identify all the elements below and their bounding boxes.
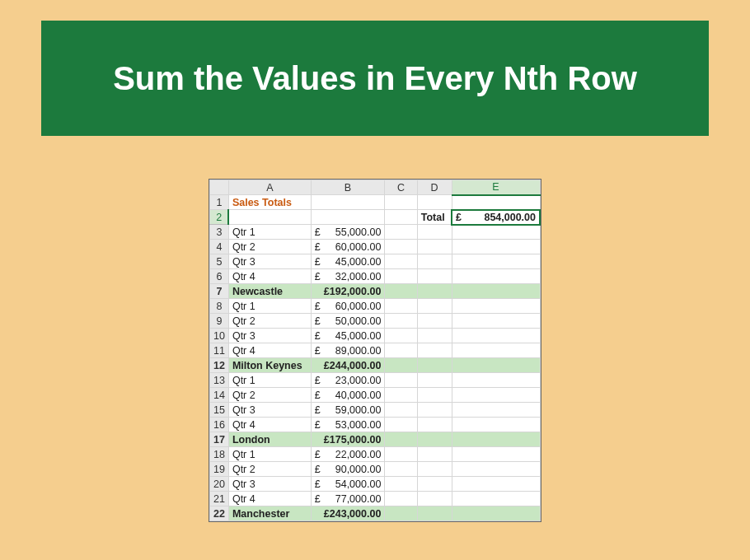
row-header[interactable]: 11 [210, 343, 229, 358]
cell-D10[interactable] [417, 329, 452, 343]
cell-E1[interactable] [452, 195, 540, 210]
col-header-E[interactable]: E [452, 180, 540, 195]
cell-A8[interactable]: Qtr 1 [228, 299, 311, 314]
cell-D3[interactable] [417, 225, 452, 240]
spreadsheet[interactable]: A B C D E 1 Sales Totals 2 Total £ 854,0… [209, 179, 541, 522]
cell-D11[interactable] [417, 343, 452, 358]
row-header[interactable]: 5 [210, 254, 229, 269]
cell-C16[interactable] [385, 418, 417, 432]
cell-B3[interactable]: £55,000.00 [311, 225, 385, 240]
cell-D4[interactable] [417, 240, 452, 254]
cell-D5[interactable] [417, 254, 452, 269]
cell-D15[interactable] [417, 403, 452, 418]
cell-A12[interactable]: Milton Keynes [228, 358, 311, 373]
col-header-B[interactable]: B [311, 180, 385, 195]
select-all-corner[interactable] [210, 180, 229, 195]
row-header[interactable]: 14 [210, 388, 229, 403]
cell-C13[interactable] [385, 373, 417, 388]
row-header[interactable]: 12 [210, 358, 229, 373]
cell-B12[interactable]: £244,000.00 [311, 358, 385, 373]
cell-E9[interactable] [452, 314, 540, 329]
cell-A10[interactable]: Qtr 3 [228, 329, 311, 343]
cell-E2-selected[interactable]: £ 854,000.00 [452, 210, 540, 225]
cell-C18[interactable] [385, 447, 417, 462]
cell-C9[interactable] [385, 314, 417, 329]
cell-C12[interactable] [385, 358, 417, 373]
row-header[interactable]: 17 [210, 432, 229, 447]
cell-E6[interactable] [452, 269, 540, 284]
cell-E16[interactable] [452, 418, 540, 432]
cell-E7[interactable] [452, 284, 540, 299]
cell-B11[interactable]: £89,000.00 [311, 343, 385, 358]
cell-C11[interactable] [385, 343, 417, 358]
cell-D13[interactable] [417, 373, 452, 388]
cell-B13[interactable]: £23,000.00 [311, 373, 385, 388]
cell-C5[interactable] [385, 254, 417, 269]
cell-E19[interactable] [452, 462, 540, 477]
row-header[interactable]: 16 [210, 418, 229, 432]
cell-A22[interactable]: Manchester [228, 506, 311, 521]
cell-E21[interactable] [452, 492, 540, 506]
cell-B21[interactable]: £77,000.00 [311, 492, 385, 506]
cell-C4[interactable] [385, 240, 417, 254]
cell-D21[interactable] [417, 492, 452, 506]
cell-B10[interactable]: £45,000.00 [311, 329, 385, 343]
cell-A2[interactable] [228, 210, 311, 225]
cell-C10[interactable] [385, 329, 417, 343]
col-header-C[interactable]: C [385, 180, 417, 195]
cell-D22[interactable] [417, 506, 452, 521]
cell-B16[interactable]: £53,000.00 [311, 418, 385, 432]
cell-A20[interactable]: Qtr 3 [228, 477, 311, 492]
cell-C21[interactable] [385, 492, 417, 506]
cell-C1[interactable] [385, 195, 417, 210]
cell-C3[interactable] [385, 225, 417, 240]
cell-B18[interactable]: £22,000.00 [311, 447, 385, 462]
row-header[interactable]: 15 [210, 403, 229, 418]
cell-E20[interactable] [452, 477, 540, 492]
cell-A9[interactable]: Qtr 2 [228, 314, 311, 329]
col-header-D[interactable]: D [417, 180, 452, 195]
row-header[interactable]: 21 [210, 492, 229, 506]
cell-C7[interactable] [385, 284, 417, 299]
cell-B1[interactable] [311, 195, 385, 210]
cell-B5[interactable]: £45,000.00 [311, 254, 385, 269]
cell-E10[interactable] [452, 329, 540, 343]
row-header[interactable]: 1 [210, 195, 229, 210]
cell-B7[interactable]: £192,000.00 [311, 284, 385, 299]
row-header[interactable]: 10 [210, 329, 229, 343]
cell-B2[interactable] [311, 210, 385, 225]
cell-D7[interactable] [417, 284, 452, 299]
cell-A19[interactable]: Qtr 2 [228, 462, 311, 477]
cell-A16[interactable]: Qtr 4 [228, 418, 311, 432]
cell-A4[interactable]: Qtr 2 [228, 240, 311, 254]
row-header[interactable]: 2 [210, 210, 229, 225]
row-header[interactable]: 13 [210, 373, 229, 388]
cell-C19[interactable] [385, 462, 417, 477]
col-header-A[interactable]: A [228, 180, 311, 195]
cell-C14[interactable] [385, 388, 417, 403]
cell-E14[interactable] [452, 388, 540, 403]
cell-D18[interactable] [417, 447, 452, 462]
cell-E12[interactable] [452, 358, 540, 373]
cell-C6[interactable] [385, 269, 417, 284]
cell-C8[interactable] [385, 299, 417, 314]
grid[interactable]: A B C D E 1 Sales Totals 2 Total £ 854,0… [209, 180, 541, 521]
cell-B15[interactable]: £59,000.00 [311, 403, 385, 418]
cell-B14[interactable]: £40,000.00 [311, 388, 385, 403]
cell-A18[interactable]: Qtr 1 [228, 447, 311, 462]
cell-C17[interactable] [385, 432, 417, 447]
cell-A17[interactable]: London [228, 432, 311, 447]
cell-A7[interactable]: Newcastle [228, 284, 311, 299]
row-header[interactable]: 20 [210, 477, 229, 492]
row-header[interactable]: 3 [210, 225, 229, 240]
cell-C2[interactable] [385, 210, 417, 225]
cell-D12[interactable] [417, 358, 452, 373]
cell-E4[interactable] [452, 240, 540, 254]
cell-B19[interactable]: £90,000.00 [311, 462, 385, 477]
row-header[interactable]: 22 [210, 506, 229, 521]
cell-A1[interactable]: Sales Totals [228, 195, 311, 210]
cell-E8[interactable] [452, 299, 540, 314]
cell-B17[interactable]: £175,000.00 [311, 432, 385, 447]
cell-A21[interactable]: Qtr 4 [228, 492, 311, 506]
cell-E18[interactable] [452, 447, 540, 462]
